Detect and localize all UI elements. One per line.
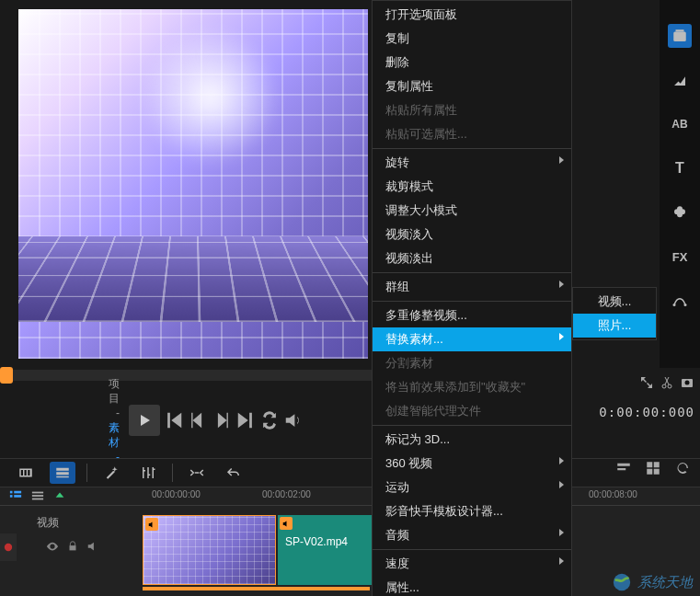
ctx-delete[interactable]: 删除 [373,51,571,74]
refresh-view-icon[interactable] [674,460,691,479]
svg-rect-12 [56,468,69,471]
ctx-multi-trim[interactable]: 多重修整视频... [373,304,571,327]
loop-button[interactable] [259,410,280,430]
ctx-speed[interactable]: 速度 [373,552,571,576]
ctx-add-fav: 将当前效果添加到"收藏夹" [373,375,571,399]
go-start-button[interactable] [164,410,184,430]
ctx-properties[interactable]: 属性... [373,576,571,596]
svg-rect-17 [647,462,652,467]
svg-rect-10 [25,470,27,476]
preview-panel [18,9,368,359]
text-view-icon[interactable] [615,460,632,479]
ctx-fade-in[interactable]: 视频淡入 [373,223,571,246]
svg-rect-21 [10,490,13,493]
list-toggle-icon[interactable] [9,489,22,504]
clip-audio-icon [280,517,293,530]
track-lock-icon[interactable] [66,540,79,556]
svg-rect-22 [14,490,21,493]
timeline-toolbar [0,458,700,487]
fx-button[interactable]: FX [668,245,692,269]
svg-rect-25 [32,491,43,493]
magic-tool-button[interactable] [98,462,124,484]
track-label: 视频 [37,516,59,529]
media-library-button[interactable] [668,24,692,48]
audio-strip[interactable] [143,587,370,590]
ctx-motion[interactable]: 运动 [373,476,571,499]
svg-point-5 [668,384,671,388]
next-frame-button[interactable] [212,410,232,430]
ctx-rotate[interactable]: 旋转 [373,151,571,175]
svg-rect-15 [617,464,630,466]
chevron-right-icon [559,529,564,536]
clip-filename: SP-V02.mp4 [285,535,348,548]
timeline-clip-2[interactable]: SP-V02.mp4 [278,515,372,585]
transport-controls: 项目 - 素材 - [129,405,304,436]
ctx-audio[interactable]: 音频 [373,523,571,547]
timeline-ruler[interactable]: 00:00:00:00 00:00:02:00 00:00:08:00 [0,487,700,506]
zoom-fit-button[interactable] [184,462,210,484]
title-button[interactable]: T [668,156,692,180]
svg-rect-0 [673,32,686,42]
ctx-create-proxy: 创建智能代理文件 [373,399,571,423]
svg-rect-18 [654,462,660,467]
chevron-right-icon [559,457,564,464]
ctx-copy[interactable]: 复制 [373,27,571,51]
storyboard-view-button[interactable] [13,462,39,484]
ctx-group[interactable]: 群组 [373,275,571,299]
svg-rect-9 [21,470,23,476]
replace-submenu: 视频... 照片... [572,287,657,340]
cut-icon[interactable] [660,375,674,393]
svg-rect-14 [56,476,69,478]
preview-tools-right [590,370,700,397]
ctx-resize-mode[interactable]: 调整大小模式 [373,199,571,223]
timeline-clip-1[interactable] [143,515,276,585]
svg-rect-20 [654,469,660,475]
project-scope-project[interactable]: 项目 - [109,376,120,420]
playhead-track[interactable] [0,370,386,381]
ruler-tick: 00:00:02:00 [262,489,311,499]
timeline-view-button[interactable] [50,462,75,484]
chevron-right-icon [559,156,564,164]
prev-frame-button[interactable] [188,410,208,430]
ctx-copy-attrs[interactable]: 复制属性 [373,74,571,98]
playhead-handle[interactable] [0,367,13,384]
ctx-template[interactable]: 影音快手模板设计器... [373,499,571,523]
expand-icon[interactable] [639,375,654,393]
ctx-360[interactable]: 360 视频 [373,452,571,476]
timecode-display[interactable]: 0:00:00:000 [599,405,694,419]
svg-point-4 [662,384,666,388]
menu-toggle-icon[interactable] [31,489,44,504]
ruler-tick: 00:00:00:00 [152,489,201,499]
ctx-crop-mode[interactable]: 裁剪模式 [373,175,571,199]
ctx-open-options[interactable]: 打开选项面板 [373,3,571,27]
svg-point-7 [685,380,690,384]
grid-view-icon[interactable] [645,460,661,479]
volume-button[interactable] [283,410,304,430]
play-button[interactable] [129,405,160,436]
svg-rect-24 [14,495,21,498]
transition-button[interactable]: AB [668,112,692,136]
timeline-panel: 00:00:00:00 00:00:02:00 00:00:08:00 视频 S… [0,487,700,596]
snapshot-icon[interactable] [680,375,694,393]
globe-icon [612,572,632,592]
chevron-right-icon [559,281,564,288]
ctx-fade-out[interactable]: 视频淡出 [373,246,571,270]
effects-button[interactable] [668,68,692,92]
svg-rect-19 [647,469,652,475]
graphics-button[interactable] [668,201,692,224]
ctx-replace-material[interactable]: 替换素材... [373,327,571,351]
track-visibility-icon[interactable] [46,540,59,556]
ctx-mark-3d[interactable]: 标记为 3D... [373,428,571,452]
sub-photo[interactable]: 照片... [573,314,656,338]
sub-video[interactable]: 视频... [573,290,656,314]
go-end-button[interactable] [235,410,256,430]
collapse-up-icon[interactable] [53,489,66,504]
clip-audio-icon [145,518,158,531]
mixer-button[interactable] [135,462,161,484]
preview-video-frame[interactable] [18,9,368,359]
track-mute-icon[interactable] [86,540,99,556]
svg-rect-16 [617,468,625,470]
undo-button[interactable] [221,462,247,484]
video-track-header: 视频 [0,515,138,556]
path-button[interactable] [668,289,692,313]
